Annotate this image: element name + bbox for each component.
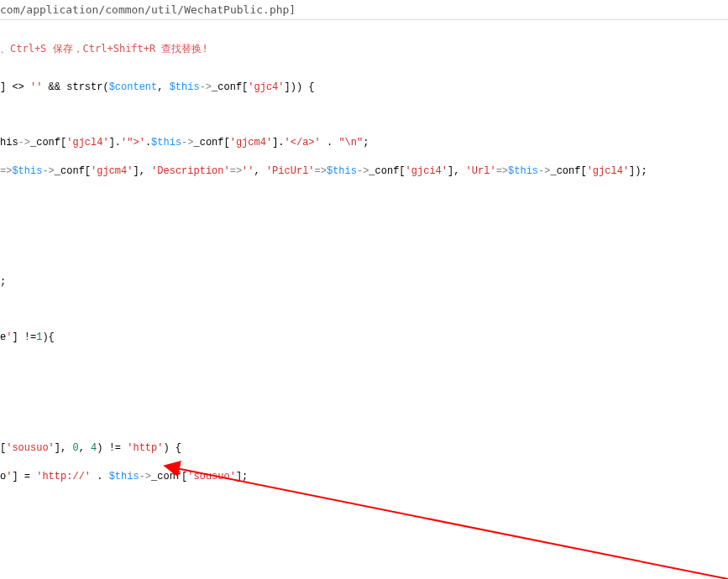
code-line[interactable]: o'] = 'http://' . $this->_conf['sousuo']…: [0, 470, 728, 484]
code-line[interactable]: [0, 220, 728, 233]
code-line[interactable]: [0, 414, 728, 427]
file-path-text: com/application/common/util/WechatPublic…: [0, 3, 296, 16]
code-line[interactable]: ['sousuo'], 0, 4) != 'http') {: [0, 441, 728, 456]
code-line[interactable]: [0, 359, 728, 373]
code-line[interactable]: =>$this->_conf['gjcm4'], 'Description'=>…: [0, 164, 728, 179]
code-line[interactable]: [0, 525, 728, 539]
code-line[interactable]: ;: [0, 275, 728, 290]
code-line[interactable]: [0, 498, 728, 511]
editor-hint: 、Ctrl+S 保存，Ctrl+Shift+R 查找替换!: [0, 42, 728, 56]
code-line[interactable]: [0, 387, 728, 400]
code-line[interactable]: e'] !=1){: [0, 331, 728, 345]
code-line[interactable]: his->_conf['gjcl4'].'">'.$this->_conf['g…: [0, 136, 728, 150]
code-line[interactable]: [0, 108, 728, 122]
code-line[interactable]: [0, 248, 728, 261]
code-line[interactable]: [0, 192, 728, 206]
file-path-header: com/application/common/util/WechatPublic…: [0, 0, 728, 20]
code-editor[interactable]: ] <> '' && strstr($content, $this->_conf…: [0, 66, 728, 579]
code-line[interactable]: [0, 303, 728, 316]
code-line[interactable]: ] <> '' && strstr($content, $this->_conf…: [0, 81, 728, 95]
hint-text: 、Ctrl+S 保存，Ctrl+Shift+R 查找替换!: [0, 43, 208, 55]
code-line[interactable]: [0, 553, 728, 566]
